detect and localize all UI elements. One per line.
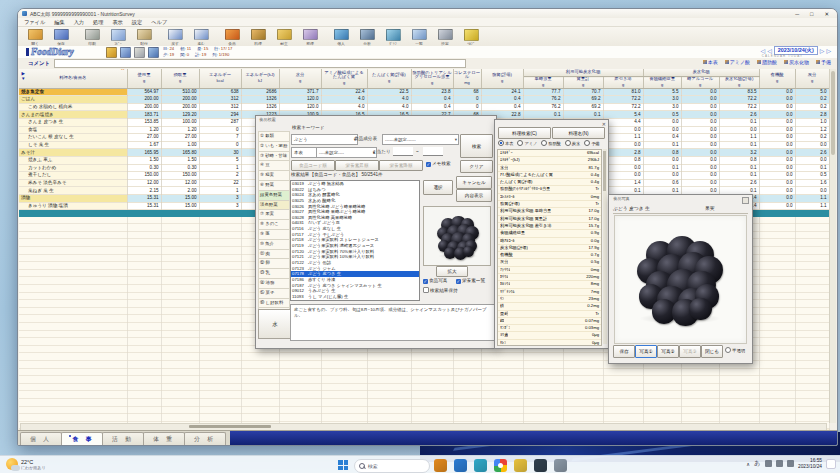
undo-button[interactable]: 戻す (164, 28, 186, 47)
next-week-icon[interactable]: ▷ (826, 47, 831, 54)
next-day-icon[interactable]: ▷ (820, 47, 825, 54)
person-button[interactable]: 個人 (330, 28, 352, 47)
tray-expand-icon[interactable]: ∧ (746, 461, 750, 467)
terminal-icon[interactable] (534, 459, 547, 472)
photo-button-2[interactable]: 写真① (635, 345, 657, 358)
empty-row[interactable] (19, 391, 829, 399)
view-tab-脂肪酸[interactable]: 脂肪酸 (757, 59, 777, 65)
photo-button-5[interactable]: 閉じる (701, 345, 723, 358)
column-header[interactable]: 脂肪酸のトリアシルグリセロール当量g (411, 69, 453, 88)
prev-week-icon[interactable]: ◁ (761, 47, 766, 54)
column-header[interactable]: 質量計g (563, 77, 603, 89)
radio-アミノ[interactable]: アミノ (517, 140, 537, 146)
composition-table-select[interactable]: ------未設定------ (382, 134, 459, 145)
food-search-button[interactable]: 食品 (221, 28, 243, 47)
keyword-input[interactable]: ぶどう (291, 134, 358, 145)
range-max-input[interactable] (423, 147, 443, 156)
column-header[interactable]: 糖アルコールg (681, 77, 719, 89)
taskbar-clock[interactable]: 16:55 2023/10/24 (798, 458, 822, 469)
column-header[interactable]: 灰分g (795, 69, 829, 88)
category-item[interactable]: ⑤ 種実 (258, 171, 290, 181)
graph-button[interactable]: ｸﾞﾗﾌ (382, 28, 404, 47)
sort-code-button[interactable]: 食品コード順 (291, 160, 335, 171)
category-item[interactable]: ① 穀類 (258, 131, 290, 142)
print-button[interactable]: 印刷 (81, 28, 103, 47)
column-header[interactable]: 単糖当量g (523, 77, 563, 89)
column-header[interactable]: コレステロールmg (453, 69, 481, 88)
empty-row[interactable] (19, 414, 829, 422)
column-header[interactable]: ▶ ▼**料理名/食品名 (19, 69, 127, 88)
battery-icon[interactable] (787, 460, 794, 467)
radio-本表[interactable]: 本表 (498, 140, 513, 146)
memo-search-checkbox[interactable]: ✓メモ検索 (426, 161, 451, 167)
analysis-button[interactable]: 分析 (356, 28, 378, 47)
minimize-icon[interactable]: ─ (795, 11, 799, 17)
redo-button[interactable]: 進む (190, 28, 212, 47)
menu-item[interactable]: 処理 (93, 19, 103, 26)
organize-button[interactable]: 整理 (299, 28, 321, 47)
app-icon[interactable] (554, 459, 567, 472)
category-item[interactable]: ⑩ 魚介 (258, 240, 290, 250)
category-item[interactable]: ⑫ 卵 (258, 259, 290, 269)
bottom-tab-分析[interactable]: 分 析 (184, 432, 226, 446)
search-result-item[interactable]: 11093うし マメ(じん臓) 生 (291, 294, 419, 300)
recipe-search-button[interactable]: 料理 (247, 28, 269, 47)
copy-button[interactable]: ｺﾋﾟｰ (107, 28, 129, 47)
list-button[interactable]: 一覧 (408, 28, 430, 47)
wifi-icon[interactable] (765, 460, 772, 467)
menu-item[interactable]: 設定 (132, 19, 142, 26)
category-item[interactable]: ② いも・澱粉 (258, 142, 290, 152)
comment-input[interactable] (54, 59, 466, 68)
column-header[interactable]: 摂取量g (161, 69, 199, 88)
category-item[interactable]: ⑬ 乳 (258, 269, 290, 279)
search-result-list[interactable]: 03019ぶどう糖 無水結晶03022はちみつ03024水あめ 酵素糖化0302… (290, 180, 420, 301)
search-button[interactable]: 検索 (460, 134, 493, 158)
close-icon[interactable] (742, 197, 749, 204)
detail-button[interactable]: 内容表示 (456, 189, 492, 202)
select-button[interactable]: 選択 (423, 180, 453, 195)
column-header[interactable]: 脂質(評価)g (481, 69, 523, 88)
sort-marker-icon[interactable]: ▶ ▼ (21, 71, 25, 81)
calendar-icon[interactable] (106, 47, 117, 58)
radio-予備[interactable]: 予備 (584, 140, 599, 146)
keep-result-checkbox[interactable]: 検索結果保持 (423, 287, 458, 293)
weather-widget[interactable]: 22°C にわか雨あり (6, 458, 45, 470)
store-app-icon[interactable] (434, 459, 447, 472)
column-header[interactable]: 水分g (279, 69, 321, 88)
settings-button[interactable]: 設定 (434, 28, 456, 47)
recipe-name-button[interactable]: 料理名(N) (552, 127, 605, 139)
empty-row[interactable] (19, 376, 829, 384)
nutrient-scrollbar[interactable] (603, 149, 607, 344)
meal-copy-icon[interactable] (120, 47, 131, 58)
photo-button-1[interactable]: 保存 (613, 345, 635, 358)
column-header[interactable]: アミノ酸組成によるたんぱく質g (321, 69, 367, 88)
taskbar-search[interactable]: 検索 (354, 459, 430, 473)
notification-icon[interactable] (826, 459, 836, 469)
empty-row[interactable] (19, 383, 829, 391)
nutrient-list-checkbox[interactable]: ✓栄養素一覧 (456, 278, 485, 284)
view-tab-アミノ酸[interactable]: アミノ酸 (725, 59, 750, 65)
food-photo-thumbnail[interactable] (423, 206, 491, 266)
edge-icon[interactable] (454, 459, 467, 472)
view-tab-本表[interactable]: 本表 (703, 59, 718, 65)
column-header[interactable]: 使用量g (127, 69, 161, 88)
sort-asc-button[interactable]: 栄養素昇順 (335, 160, 379, 171)
empty-row[interactable] (19, 398, 829, 406)
menu-item[interactable]: ファイル (24, 19, 45, 26)
view-tab-予備[interactable]: 予備 (816, 59, 831, 65)
menu-item[interactable]: 入力 (74, 19, 84, 26)
empty-row[interactable] (19, 368, 829, 376)
range-min-input[interactable] (393, 147, 413, 156)
empty-row[interactable] (19, 406, 829, 414)
radio-脂肪酸[interactable]: 脂肪酸 (541, 140, 561, 146)
close-icon[interactable]: ✕ (824, 11, 829, 17)
column-header[interactable]: 炭水化物(評価)g (719, 77, 759, 89)
category-item[interactable]: ④ 豆 (258, 161, 290, 171)
list-icon[interactable] (148, 47, 159, 58)
chrome-icon[interactable] (494, 459, 507, 472)
column-header[interactable]: 食物繊維総量g (643, 77, 681, 89)
photo-checkbox[interactable]: ✓食品写真 (423, 278, 447, 284)
category-item[interactable]: ③ 砂糖・甘味 (258, 152, 290, 162)
vertical-scrollbar[interactable] (829, 69, 836, 423)
column-header[interactable]: 差引き法g (603, 77, 643, 89)
